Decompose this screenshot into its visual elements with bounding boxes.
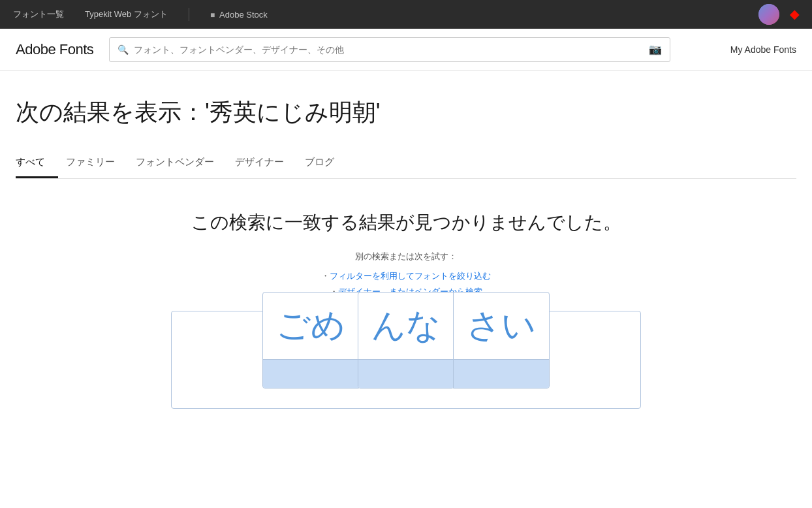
nav-typekit-web[interactable]: Typekit Web フォント: [85, 8, 168, 20]
sorry-card-2-char: んな: [358, 293, 454, 359]
sorry-card-3-char: さい: [454, 293, 549, 359]
tab-all[interactable]: すべて: [16, 150, 58, 178]
no-results-subtitle: 別の検索または次を試す：: [16, 251, 796, 262]
site-logo: Adobe Fonts: [16, 41, 93, 58]
nav-divider: [189, 8, 189, 21]
my-fonts-link[interactable]: My Adobe Fonts: [730, 44, 796, 55]
no-results-title: この検索に一致する結果が見つかりませんでした。: [16, 210, 796, 235]
site-header: Adobe Fonts 🔍 📷 My Adobe Fonts: [0, 29, 812, 71]
sorry-card-2: んな: [358, 292, 454, 389]
filter-tabs: すべて ファミリー フォントベンダー デザイナー ブログ: [16, 150, 796, 179]
search-input[interactable]: [134, 44, 644, 55]
search-icon: 🔍: [117, 44, 129, 55]
sorry-outer-box: ごめ んな さい: [171, 311, 641, 409]
camera-icon[interactable]: 📷: [649, 43, 662, 56]
tab-blog[interactable]: ブログ: [305, 150, 347, 178]
filter-fonts-link[interactable]: フィルターを利用してフォントを絞り込む: [330, 271, 491, 281]
main-content: 次の結果を表示：'秀英にじみ明朝' すべて ファミリー フォントベンダー デザイ…: [0, 71, 812, 451]
tab-vendor[interactable]: フォントベンダー: [136, 150, 227, 178]
sorry-card-1: ごめ: [262, 292, 359, 389]
nav-adobe-stock[interactable]: ■ Adobe Stock: [210, 10, 268, 20]
tab-family[interactable]: ファミリー: [66, 150, 128, 178]
sorry-card-1-char: ごめ: [263, 293, 358, 359]
top-navigation: フォント一覧 Typekit Web フォント ■ Adobe Stock ◆: [0, 0, 812, 29]
sorry-illustration: ごめ んな さい: [16, 311, 796, 409]
nav-font-list[interactable]: フォント一覧: [13, 8, 64, 20]
no-results-section: この検索に一致する結果が見つかりませんでした。 別の検索または次を試す： ・フィ…: [16, 210, 796, 409]
sorry-cards: ごめ んな さい: [263, 292, 549, 389]
user-avatar[interactable]: [758, 4, 779, 25]
top-nav-right: ◆: [758, 4, 799, 25]
filter-link-item: ・フィルターを利用してフォントを絞り込む: [16, 270, 796, 282]
sorry-card-3-bottom: [454, 359, 549, 388]
tab-designer[interactable]: デザイナー: [235, 150, 297, 178]
search-bar: 🔍 📷: [109, 37, 670, 62]
sorry-card-1-bottom: [263, 359, 358, 388]
svg-point-0: [758, 4, 779, 25]
sorry-card-2-bottom: [358, 359, 454, 388]
results-heading: 次の結果を表示：'秀英にじみ明朝': [16, 97, 796, 129]
adobe-logo-icon: ◆: [790, 7, 799, 22]
sorry-card-3: さい: [453, 292, 550, 389]
